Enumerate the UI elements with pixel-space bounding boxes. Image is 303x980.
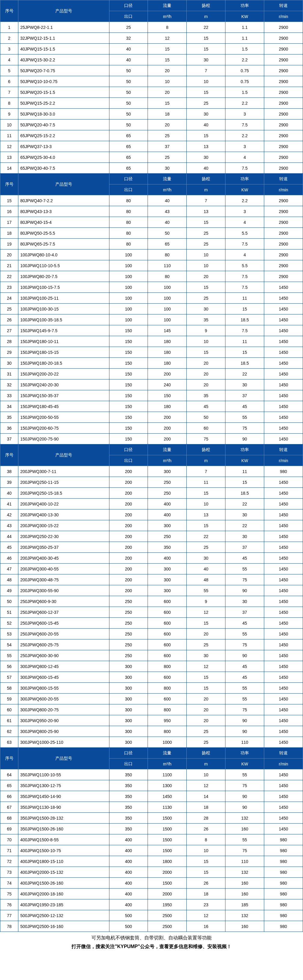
cell-speed: 1450 (264, 531, 303, 542)
table-row: 51250JPWQ600-12-3725060012371450 (0, 607, 303, 618)
cell-head: 20 (187, 358, 225, 369)
cell-model: 200JPWQ400-30-45 (18, 553, 109, 563)
cell-model: 100JPWQ100-35-18.5 (18, 315, 109, 325)
cell-power: 160 (225, 878, 264, 889)
cell-flow: 1450 (148, 791, 187, 802)
cell-head: 20 (187, 628, 225, 640)
cell-model: 400JPWQ2000-15-132 (18, 867, 109, 878)
header-model: 产品型号 (18, 748, 109, 769)
table-row: 20100JPWQ80-10-4.0100801042900 (0, 250, 303, 260)
cell-model: 400JPWQ1500-26-160 (18, 878, 109, 889)
cell-model: 150JPWQ150-35-37 (18, 390, 109, 401)
header-no: 序号 (0, 748, 18, 769)
cell-head: 40 (187, 163, 225, 173)
cell-no: 25 (0, 304, 18, 315)
cell-speed: 2900 (264, 54, 303, 65)
cell-dia: 200 (109, 520, 148, 531)
header-flow-top: 流量 (148, 444, 187, 455)
table-row: 48200JPWQ300-48-7520030048751450 (0, 574, 303, 585)
cell-power: 55 (225, 834, 264, 845)
cell-speed: 1450 (264, 672, 303, 683)
cell-power: 110 (225, 737, 264, 748)
cell-speed: 1450 (264, 813, 303, 824)
cell-no: 62 (0, 726, 18, 737)
header-speed-top: 转速 (264, 0, 303, 11)
table-row: 49200JPWQ300-55-9020030055901450 (0, 585, 303, 596)
cell-no: 52 (0, 618, 18, 628)
cell-dia: 80 (109, 195, 148, 206)
table-row: 850JPWQ15-25-2.25015252.22900 (0, 98, 303, 109)
cell-head: 10 (187, 845, 225, 856)
cell-dia: 80 (109, 239, 148, 250)
cell-no: 53 (0, 628, 18, 640)
cell-no: 32 (0, 379, 18, 390)
cell-no: 66 (0, 791, 18, 802)
header-dia-bot: 出口 (109, 455, 148, 466)
cell-no: 14 (0, 163, 18, 173)
cell-speed: 1450 (264, 705, 303, 715)
cell-speed: 1450 (264, 509, 303, 520)
cell-model: 300JPWQ600-20-55 (18, 694, 109, 705)
cell-no: 51 (0, 607, 18, 618)
cell-flow: 150 (148, 390, 187, 401)
cell-dia: 50 (109, 119, 148, 130)
table-row: 750JPWQ20-15-1.55020151.52900 (0, 87, 303, 98)
cell-flow: 15 (148, 54, 187, 65)
cell-head: 7 (187, 466, 225, 477)
cell-flow: 145 (148, 325, 187, 336)
cell-model: 350JPWQ1500-26-160 (18, 824, 109, 834)
table-row: 650JPWQ10-10-0.755010100.752900 (0, 76, 303, 87)
cell-power: 3 (225, 109, 264, 119)
cell-model: 250JPWQ600-12-37 (18, 607, 109, 618)
cell-speed: 2900 (264, 141, 303, 152)
cell-model: 400JPWQ1500-8-55 (18, 834, 109, 845)
cell-model: 300JPWQ800-20-75 (18, 705, 109, 715)
cell-dia: 150 (109, 369, 148, 379)
cell-dia: 350 (109, 769, 148, 780)
table-row: 31150JPWQ200-20-2215020020221450 (0, 369, 303, 379)
cell-model: 500JPWQ2500-16-160 (18, 921, 109, 932)
header-power-top: 功率 (225, 173, 264, 185)
cell-head: 30 (187, 553, 225, 563)
cell-dia: 200 (109, 509, 148, 520)
cell-model: 200JPWQ300-40-55 (18, 563, 109, 574)
cell-model: 50JPWQ18-30-3.0 (18, 109, 109, 119)
table-row: 1880JPWQ50-25-5.58050255.52900 (0, 228, 303, 239)
cell-model: 80JPWQ40-15-4 (18, 217, 109, 228)
cell-no: 74 (0, 878, 18, 889)
cell-flow: 200 (148, 412, 187, 423)
cell-power: 0.75 (225, 76, 264, 87)
cell-power: 2.2 (225, 54, 264, 65)
cell-power: 160 (225, 889, 264, 899)
cell-no: 33 (0, 390, 18, 401)
cell-dia: 350 (109, 802, 148, 813)
cell-no: 27 (0, 325, 18, 336)
cell-model: 150JPWQ200-20-22 (18, 369, 109, 379)
cell-head: 26 (187, 878, 225, 889)
cell-dia: 50 (109, 65, 148, 76)
cell-power: 11 (225, 336, 264, 347)
cell-no: 46 (0, 553, 18, 563)
cell-no: 68 (0, 813, 18, 824)
cell-dia: 300 (109, 737, 148, 748)
cell-flow: 40 (148, 217, 187, 228)
cell-no: 63 (0, 737, 18, 748)
cell-dia: 300 (109, 672, 148, 683)
cell-dia: 300 (109, 715, 148, 726)
header-head-bot: m (187, 11, 225, 22)
cell-head: 40 (187, 563, 225, 574)
cell-no: 73 (0, 867, 18, 878)
cell-flow: 100 (148, 293, 187, 304)
cell-power: 2.2 (225, 98, 264, 109)
cell-no: 64 (0, 769, 18, 780)
cell-no: 56 (0, 661, 18, 672)
cell-no: 31 (0, 369, 18, 379)
cell-speed: 980 (264, 910, 303, 921)
cell-power: 90 (225, 726, 264, 737)
cell-speed: 2900 (264, 130, 303, 141)
cell-head: 18 (187, 802, 225, 813)
cell-model: 150JPWQ200-50-55 (18, 412, 109, 423)
cell-no: 1 (0, 22, 18, 33)
cell-flow: 1950 (148, 899, 187, 910)
table-row: 1265JPWQ37-13-365371332900 (0, 141, 303, 152)
